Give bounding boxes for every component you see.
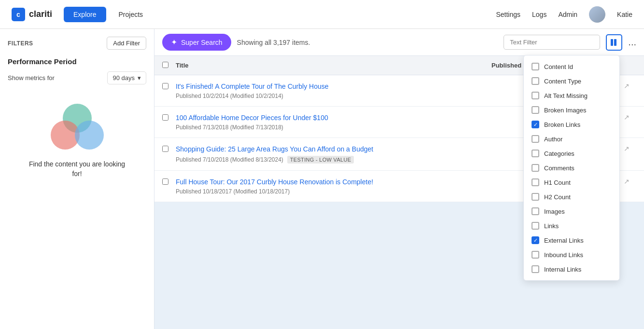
dropdown-checkbox-7[interactable]	[532, 164, 539, 172]
row-title-0[interactable]: It's Finished! A Complete Tour of The Cu…	[176, 82, 329, 90]
dropdown-item-links[interactable]: Links	[524, 219, 619, 233]
row-meta-text-2: Published 7/10/2018 (Modified 8/13/2024)	[176, 156, 283, 163]
logo: c clariti	[12, 8, 52, 21]
row-meta-text-1: Published 7/13/2018 (Modified 7/13/2018)	[176, 124, 283, 131]
showing-text: Showing all 3,197 items.	[237, 39, 310, 46]
dropdown-checkbox-2[interactable]	[532, 92, 539, 99]
toolbar: ✦ Super Search Showing all 3,197 items. …	[154, 29, 644, 56]
venn-diagram	[48, 104, 106, 152]
dropdown-checkbox-11[interactable]	[532, 222, 539, 230]
row-title-1[interactable]: 100 Affordable Home Decor Pieces for Und…	[176, 114, 328, 122]
dropdown-item-broken-links[interactable]: Broken Links	[524, 117, 619, 132]
row-meta-text-0: Published 10/2/2014 (Modified 10/2/2014)	[176, 93, 283, 99]
row-checkbox-2[interactable]	[162, 145, 176, 153]
row-checkbox-0[interactable]	[162, 82, 176, 91]
dropdown-checkbox-4[interactable]	[532, 121, 539, 128]
content-area: ✦ Super Search Showing all 3,197 items. …	[154, 29, 644, 329]
dropdown-item-broken-images[interactable]: Broken Images	[524, 103, 619, 117]
column-dropdown: Content Id Content Type Alt Text Missing…	[523, 55, 620, 281]
venn-diagram-container: Find the content you are looking for!	[8, 94, 146, 188]
dropdown-checkbox-13[interactable]	[532, 251, 539, 259]
dropdown-item-categories[interactable]: Categories	[524, 146, 619, 161]
dropdown-label-8: H1 Count	[544, 179, 571, 186]
dropdown-item-comments[interactable]: Comments	[524, 161, 619, 175]
dropdown-label-10: Images	[544, 208, 565, 215]
venn-text: Find the content you are looking for!	[29, 160, 125, 178]
super-search-label: Super Search	[181, 39, 223, 46]
row-select-0[interactable]	[162, 83, 168, 89]
dropdown-checkbox-1[interactable]	[532, 77, 539, 85]
row-select-3[interactable]	[162, 178, 168, 185]
row-select-1[interactable]	[162, 114, 168, 121]
dropdown-item-internal-links[interactable]: Internal Links	[524, 262, 619, 276]
row-tag-2: TESTING - LOW VALUE	[287, 156, 354, 164]
dropdown-item-external-links[interactable]: External Links	[524, 233, 619, 247]
external-link-icon-1[interactable]: ↗	[624, 113, 630, 121]
row-ext-link-0[interactable]: ↗	[617, 82, 636, 90]
external-link-icon-3[interactable]: ↗	[624, 178, 630, 185]
columns-icon	[610, 38, 618, 47]
dropdown-item-content-id[interactable]: Content Id	[524, 59, 619, 74]
dropdown-label-13: Inbound Links	[544, 251, 583, 259]
navbar-right: Settings Logs Admin Katie	[496, 6, 632, 23]
dropdown-label-11: Links	[544, 222, 559, 230]
sidebar-header: FILTERS Add Filter	[8, 37, 146, 50]
dropdown-checkbox-0[interactable]	[532, 63, 539, 70]
row-ext-link-2[interactable]: ↗	[617, 145, 636, 152]
row-title-2[interactable]: Shopping Guide: 25 Large Area Rugs You C…	[176, 145, 373, 153]
main-layout: FILTERS Add Filter Performance Period Sh…	[0, 29, 644, 329]
dropdown-item-images[interactable]: Images	[524, 204, 619, 219]
logo-icon: c	[12, 8, 25, 21]
performance-period-section: Performance Period Show metrics for 90 d…	[8, 57, 146, 84]
columns-button[interactable]	[606, 34, 622, 51]
super-search-button[interactable]: ✦ Super Search	[162, 34, 231, 51]
dropdown-checkbox-8[interactable]	[532, 178, 539, 186]
row-checkbox-1[interactable]	[162, 113, 176, 122]
performance-period-title: Performance Period	[8, 57, 146, 66]
dropdown-label-5: Author	[544, 136, 562, 143]
dropdown-item-h1-count[interactable]: H1 Count	[524, 175, 619, 190]
row-ext-link-1[interactable]: ↗	[617, 113, 636, 121]
text-filter-input[interactable]	[504, 35, 600, 50]
admin-link[interactable]: Admin	[558, 11, 577, 18]
header-checkbox[interactable]	[162, 62, 176, 69]
dropdown-label-2: Alt Text Missing	[544, 92, 588, 99]
add-filter-button[interactable]: Add Filter	[107, 37, 146, 50]
dropdown-checkbox-3[interactable]	[532, 106, 539, 114]
projects-link[interactable]: Projects	[114, 11, 148, 18]
more-options-button[interactable]: ...	[628, 37, 636, 48]
avatar[interactable]	[589, 6, 605, 23]
settings-link[interactable]: Settings	[496, 11, 520, 18]
dropdown-item-alt-text-missing[interactable]: Alt Text Missing	[524, 88, 619, 103]
dropdown-label-14: Internal Links	[544, 266, 581, 273]
dropdown-label-3: Broken Images	[544, 107, 586, 114]
dropdown-label-12: External Links	[544, 237, 584, 244]
external-link-icon-2[interactable]: ↗	[624, 145, 630, 152]
dropdown-label-9: H2 Count	[544, 193, 571, 201]
dropdown-item-author[interactable]: Author	[524, 132, 619, 146]
dropdown-label-4: Broken Links	[544, 121, 580, 128]
logs-link[interactable]: Logs	[532, 11, 546, 18]
select-all-checkbox[interactable]	[162, 62, 168, 68]
metrics-value: 90 days	[112, 74, 135, 82]
dropdown-item-h2-count[interactable]: H2 Count	[524, 190, 619, 204]
dropdown-checkbox-5[interactable]	[532, 135, 539, 143]
chevron-down-icon: ▾	[138, 74, 141, 82]
row-checkbox-3[interactable]	[162, 178, 176, 186]
external-link-icon-0[interactable]: ↗	[624, 82, 630, 90]
dropdown-checkbox-12[interactable]	[532, 236, 539, 244]
metrics-dropdown[interactable]: 90 days ▾	[107, 71, 146, 84]
dropdown-checkbox-9[interactable]	[532, 193, 539, 201]
dropdown-label-7: Comments	[544, 164, 574, 172]
row-select-2[interactable]	[162, 146, 168, 152]
row-ext-link-3[interactable]: ↗	[617, 178, 636, 185]
dropdown-checkbox-6[interactable]	[532, 150, 539, 157]
logo-text: clariti	[29, 9, 52, 19]
dropdown-item-inbound-links[interactable]: Inbound Links	[524, 247, 619, 262]
dropdown-checkbox-10[interactable]	[532, 207, 539, 215]
row-title-3[interactable]: Full House Tour: Our 2017 Curbly House R…	[176, 178, 373, 186]
svg-rect-0	[611, 39, 613, 46]
dropdown-item-content-type[interactable]: Content Type	[524, 74, 619, 88]
dropdown-checkbox-14[interactable]	[532, 265, 539, 273]
explore-button[interactable]: Explore	[64, 7, 106, 22]
